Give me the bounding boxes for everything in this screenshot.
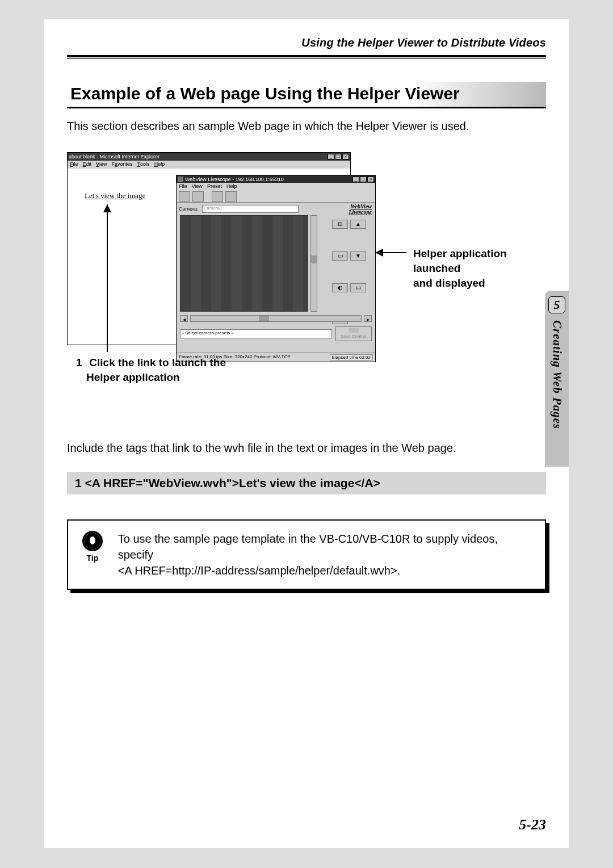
intro-paragraph: This section describes an sample Web pag…: [67, 120, 546, 133]
toolbar-button[interactable]: [179, 191, 190, 202]
close-icon[interactable]: ×: [367, 177, 374, 182]
menu-favorites[interactable]: Favorites: [112, 161, 133, 168]
left-icon[interactable]: ◂: [180, 315, 188, 322]
helper-window: WebView Livescope - 192.168.100.1:65310 …: [176, 175, 376, 362]
lightbulb-icon: [82, 531, 103, 551]
browser-menubar: File Edit View Favorites Tools Help: [68, 161, 350, 169]
browser-title-text: about:blank - Microsoft Internet Explore…: [69, 154, 159, 160]
helper-menubar: File View Preset Help: [177, 183, 375, 190]
tip-text: To use the sample page template in the V…: [118, 531, 534, 578]
elapsed-time: Elapsed time 02:02: [330, 354, 373, 360]
menu-view[interactable]: View: [96, 161, 107, 168]
tip-icon: Tip: [79, 531, 106, 563]
step-number: 1: [76, 355, 86, 370]
figure: about:blank - Microsoft Internet Explore…: [67, 152, 544, 402]
tilt-slider[interactable]: [310, 215, 317, 312]
menu-file[interactable]: File: [179, 183, 187, 190]
up-icon[interactable]: ▲: [350, 220, 366, 229]
page-number: 5-23: [519, 816, 546, 833]
callout-helper-launched: Helper application launched and displaye…: [413, 246, 544, 291]
toolbar-button[interactable]: [225, 191, 237, 202]
tip-box: Tip To use the sample page template in t…: [67, 519, 546, 590]
camera-select[interactable]: Camera1: [202, 205, 299, 213]
pan-slider[interactable]: [190, 315, 362, 322]
menu-file[interactable]: File: [70, 161, 78, 168]
maximize-icon[interactable]: □: [360, 177, 367, 182]
code-example: 1 <A HREF="WebView.wvh">Let's view the i…: [67, 472, 546, 494]
menu-view[interactable]: View: [192, 183, 203, 190]
chapter-title: Creating Web Pages: [550, 320, 564, 429]
light-icon[interactable]: ◐: [332, 283, 348, 292]
content: Example of a Web page Using the Helper V…: [44, 82, 569, 590]
maximize-icon[interactable]: □: [335, 154, 342, 160]
menu-tools[interactable]: Tools: [137, 161, 150, 168]
right-icon[interactable]: ▸: [364, 315, 372, 322]
browser-titlebar: about:blank - Microsoft Internet Explore…: [68, 153, 350, 161]
close-icon[interactable]: ×: [342, 154, 349, 160]
preset-select[interactable]: - Select camera presets -: [180, 329, 332, 338]
minimize-icon[interactable]: _: [352, 177, 359, 182]
minimize-icon[interactable]: _: [328, 154, 334, 160]
running-head: Using the Helper Viewer to Distribute Vi…: [67, 36, 546, 49]
pan-icon[interactable]: ▭: [332, 251, 348, 261]
video-area: [180, 215, 308, 312]
section-title: Example of a Web page Using the Helper V…: [67, 82, 546, 108]
page: Using the Helper Viewer to Distribute Vi…: [44, 19, 569, 848]
instruction-paragraph: Include the tags that link to the wvh fi…: [67, 442, 546, 455]
helper-titlebar: WebView Livescope - 192.168.100.1:65310 …: [177, 175, 375, 183]
app-icon: [178, 177, 183, 182]
launch-link[interactable]: Let's view the image: [85, 191, 145, 200]
start-control-button[interactable]: Start Control: [335, 326, 372, 341]
zoom-icon[interactable]: ⊡: [332, 220, 348, 229]
snapshot-icon[interactable]: ▭: [350, 283, 366, 292]
header: Using the Helper Viewer to Distribute Vi…: [44, 19, 569, 59]
helper-body: Camera: Camera1 WebView Livescope ⊡ ▲: [177, 203, 375, 353]
rule-thin: [67, 58, 546, 59]
callout-click-link: 1 Click the link to launch the Helper ap…: [76, 355, 246, 385]
brand-logo: WebView Livescope: [349, 204, 372, 215]
menu-help[interactable]: Help: [154, 161, 165, 168]
arrow-up-icon: [107, 204, 108, 352]
rule-thick: [67, 55, 546, 57]
arrow-left-icon: [376, 252, 406, 253]
helper-title-text: WebView Livescope - 192.168.100.1:65310: [185, 177, 284, 182]
menu-help[interactable]: Help: [226, 183, 237, 190]
down-icon[interactable]: ▼: [350, 251, 366, 261]
menu-preset[interactable]: Preset: [207, 183, 222, 190]
chapter-number: 5: [548, 296, 565, 313]
toolbar-button[interactable]: [192, 191, 204, 202]
chapter-tab: 5 Creating Web Pages: [545, 291, 569, 467]
tip-label: Tip: [79, 553, 106, 563]
menu-edit[interactable]: Edit: [83, 161, 92, 168]
toolbar-button[interactable]: [212, 191, 223, 202]
camera-label: Camera:: [179, 206, 199, 212]
helper-toolbar: [177, 190, 375, 203]
